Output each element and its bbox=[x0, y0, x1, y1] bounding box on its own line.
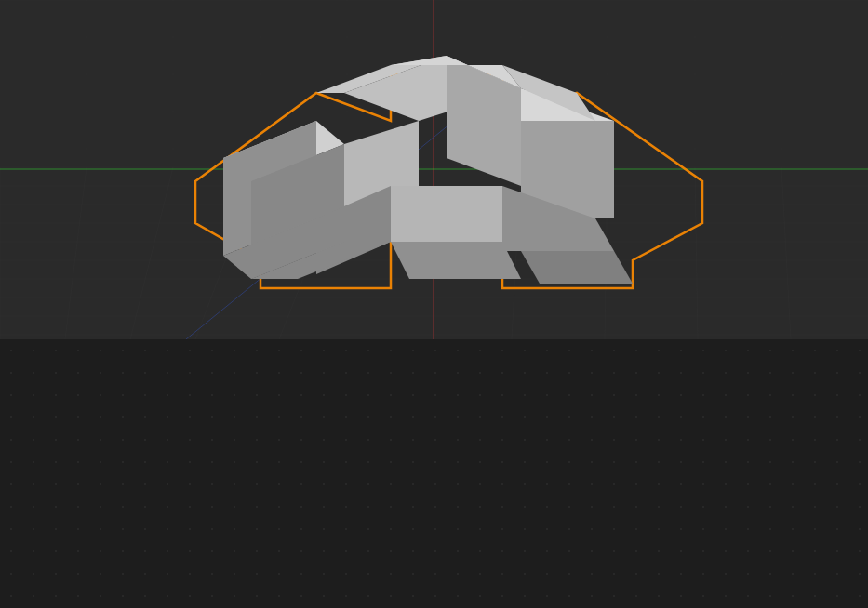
svg-marker-59 bbox=[391, 242, 521, 279]
3d-viewport[interactable] bbox=[0, 0, 868, 339]
svg-marker-57 bbox=[391, 186, 502, 242]
node-editor: ∨ Group Input Geometry ∨ Extrude Mesh Fa… bbox=[0, 339, 868, 608]
node-connections bbox=[0, 339, 868, 608]
svg-marker-60 bbox=[521, 251, 633, 284]
